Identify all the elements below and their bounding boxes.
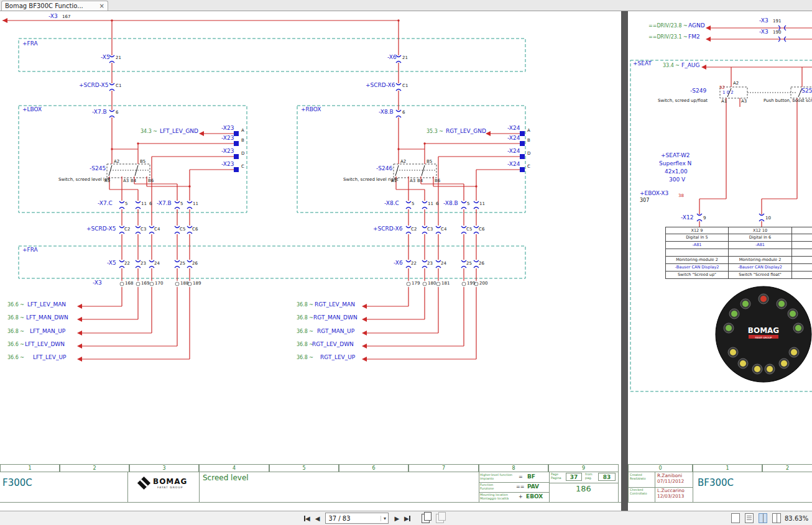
diagram-label: C1: [402, 84, 408, 88]
first-page-button[interactable]: ◀: [302, 514, 312, 523]
chevron-down-icon[interactable]: ▾: [381, 516, 388, 521]
diagram-label: +SCRD-X6: [366, 83, 395, 88]
diagram-label: 1 0 2: [722, 91, 734, 95]
close-tab-button[interactable]: ×: [96, 2, 104, 9]
diagram-label: 34.3 ~: [141, 129, 157, 134]
diagram-label: 11: [193, 202, 198, 206]
diagram-label: -X5: [107, 260, 116, 266]
model-name-right: BF300C: [698, 478, 734, 488]
frame-column-number: 2: [762, 464, 812, 472]
copy-page-button-disabled[interactable]: [436, 514, 444, 523]
diagram-label: 52: [719, 86, 725, 90]
table-cell: -A81: [729, 242, 792, 249]
diagram-label: Switch, screed up/float: [658, 99, 708, 103]
diagram-label: A: [527, 129, 530, 133]
page-nav-cluster: ◀ ◀ ▾ ▶ ▶: [302, 513, 412, 524]
page-gap: [621, 11, 628, 511]
field-value: BF: [527, 474, 535, 480]
field-op: =: [519, 475, 523, 480]
diagram-label: -X12: [681, 215, 693, 221]
frame-line: [549, 483, 618, 483]
logo-sub: FAYAT GROUP: [157, 486, 183, 489]
diagram-label: 23: [427, 262, 433, 266]
diagram-label: A1: [391, 179, 397, 183]
table-cell: [792, 249, 812, 257]
table-cell: [792, 242, 812, 249]
single-page-view-button[interactable]: [731, 513, 740, 523]
diagram-label: A3: [741, 99, 747, 104]
diagram-label: 24: [441, 262, 446, 266]
frame-column-number: 9: [548, 464, 619, 472]
last-page-icon: [409, 516, 410, 521]
diagram-label: Switch, screed level right: [343, 178, 398, 182]
table-row: -A81-A81: [665, 242, 812, 249]
table-row: -Bauser CAN Display2-Bauser CAN Display2: [665, 264, 812, 272]
last-page-button[interactable]: ▶: [402, 514, 412, 523]
bomag-logo: BOMAG FAYAT GROUP: [139, 477, 187, 489]
copy-buttons: [422, 514, 444, 523]
page-label: Pagina: [551, 477, 561, 480]
table-cell: Digital In 6: [729, 234, 792, 242]
diagram-label: 5: [125, 202, 127, 206]
diagram-label: RGT_MAN_DWN: [313, 315, 358, 321]
zoom-level[interactable]: 83.63%: [785, 515, 808, 522]
diagram-label: C1: [116, 84, 121, 88]
page-number-combo[interactable]: ▾: [325, 513, 389, 524]
table-cell: -A81: [665, 242, 729, 249]
copy-page-button[interactable]: [422, 514, 430, 523]
diagram-label: RGT_LEV_DWN: [312, 342, 354, 347]
diagram-label: C3: [427, 227, 433, 232]
diagram-label: +SCRD-X6: [373, 226, 402, 232]
diagram-label: 6: [116, 111, 118, 115]
diagram-label: C: [527, 165, 530, 169]
diagram-label: 22: [411, 262, 417, 266]
diagram-label: +SCRD-X5: [79, 83, 108, 88]
diagram-label: 36.8 ~: [297, 316, 313, 321]
diagram-label: Switch, screed level left: [58, 178, 110, 182]
field-label: Funzione: [480, 487, 494, 490]
diagram-label: 36.8 ~: [297, 355, 313, 360]
diagram-label: B: [241, 139, 244, 143]
diagram-label: -X7.C: [98, 201, 113, 206]
diagram-label: 6: [149, 202, 152, 206]
document-tab[interactable]: Bomag BF300C Functio... ×: [1, 1, 108, 11]
diagram-label: 9: [703, 216, 706, 221]
continuous-view-button[interactable]: [745, 513, 754, 523]
diagram-label: 36.8 ~: [297, 342, 313, 347]
control-wheel-image: BOMAG FAYAT GROUP: [716, 286, 811, 382]
diagram-label: 5: [412, 202, 414, 206]
diagram-label: A2: [114, 160, 119, 164]
prev-page-button[interactable]: ◀: [313, 514, 322, 523]
diagram-label: B6: [148, 179, 154, 183]
frame-column-number: 1: [0, 464, 60, 472]
frame-column-number: 1: [693, 464, 762, 472]
diagram-label: 36.8 ~: [297, 329, 313, 334]
diagram-label: 6: [436, 202, 438, 206]
logo-brand: BOMAG: [153, 477, 187, 486]
diagram-label: C: [241, 165, 244, 169]
diagram-label: -S249: [690, 88, 706, 94]
diagram-label: -X24: [507, 135, 520, 141]
book-view-button[interactable]: [772, 513, 781, 523]
diagram-label: 11: [479, 202, 485, 206]
bottom-toolbar: ◀ ◀ ▾ ▶ ▶ 83.63%: [0, 511, 812, 525]
wheel-sub: FAYAT GROUP: [755, 336, 773, 339]
page-number-input[interactable]: [326, 515, 381, 522]
diagram-label: +SEAT: [633, 61, 652, 66]
diagram-label: -X6: [387, 55, 397, 60]
signal-table: X12 9X12 10Digital In 5Digital In 6-A81-…: [665, 227, 812, 279]
diagram-label: 36.8 ~: [297, 303, 313, 308]
page-label: pag.: [585, 477, 592, 480]
diagram-label: +FRA: [22, 247, 38, 253]
diagram-label: C6: [479, 227, 484, 232]
diagram-label: 35.3 ~: [427, 129, 443, 134]
diagram-label: -X3: [93, 280, 102, 286]
diagram-label: +RBOX: [301, 107, 321, 112]
table-cell: -Bauser CAN Display2: [729, 264, 792, 272]
frame-line: [199, 472, 200, 502]
diagram-label: 26: [479, 262, 484, 266]
next-page-button[interactable]: ▶: [392, 514, 401, 523]
diagram-label: A2: [400, 160, 406, 164]
diagram-label: -X24: [507, 148, 520, 154]
facing-pages-view-button[interactable]: [759, 513, 767, 523]
